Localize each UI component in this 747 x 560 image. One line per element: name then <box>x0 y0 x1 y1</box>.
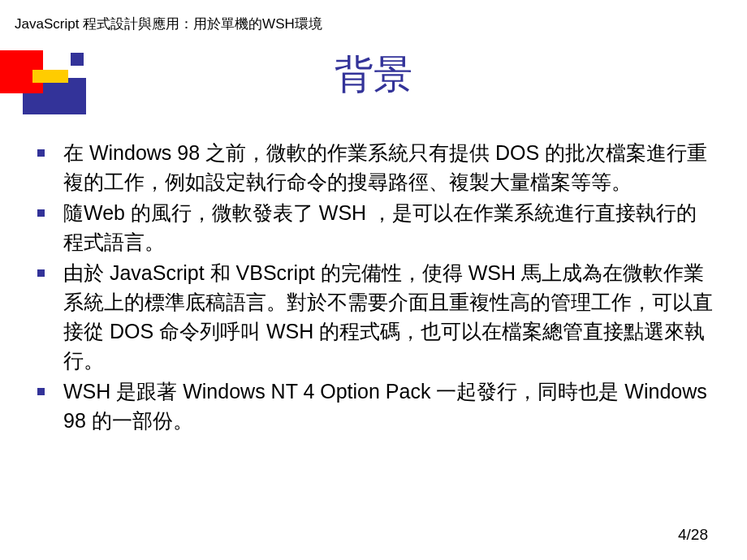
slide-content: 在 Windows 98 之前，微軟的作業系統只有提供 DOS 的批次檔案進行重… <box>34 138 716 437</box>
bullet-item: 在 Windows 98 之前，微軟的作業系統只有提供 DOS 的批次檔案進行重… <box>34 138 716 196</box>
bullet-list: 在 Windows 98 之前，微軟的作業系統只有提供 DOS 的批次檔案進行重… <box>34 138 716 435</box>
bullet-item: 由於 JavaScript 和 VBScript 的完備性，使得 WSH 馬上成… <box>34 258 716 375</box>
bullet-item: WSH 是跟著 Windows NT 4 Option Pack 一起發行，同時… <box>34 377 716 435</box>
bullet-item: 隨Web 的風行，微軟發表了 WSH ，是可以在作業系統進行直接執行的程式語言。 <box>34 198 716 256</box>
slide-title: 背景 <box>0 49 747 101</box>
page-number: 4/28 <box>678 526 708 544</box>
slide-header: JavaScript 程式設計與應用：用於單機的WSH環境 <box>15 15 322 33</box>
